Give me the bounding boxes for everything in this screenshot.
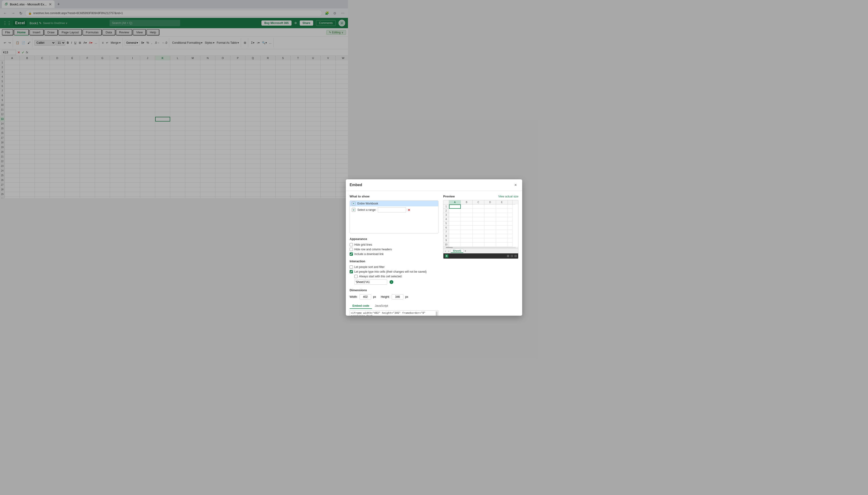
modal-header: Embed × [346, 180, 348, 191]
embed-modal: Embed × What to show ✦ Entire Workbook ⊞… [346, 180, 348, 198]
modal-overlay: Embed × What to show ✦ Entire Workbook ⊞… [0, 0, 348, 198]
modal-body: What to show ✦ Entire Workbook ⊞ Select … [346, 191, 348, 198]
